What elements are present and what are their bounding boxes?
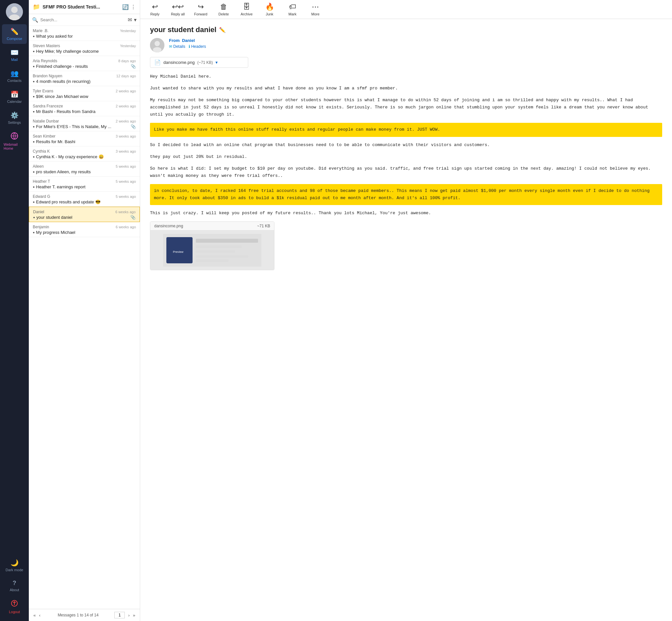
- email-sender: Benjamin: [33, 225, 49, 229]
- attachment-icon: 📎: [131, 124, 136, 129]
- email-list-item[interactable]: Tyler Evans 2 weeks ago ● $9K since Jan …: [29, 86, 140, 101]
- archive-button[interactable]: 🗄 Archive: [239, 3, 255, 16]
- email-subject: Finished challenge - results: [36, 64, 129, 69]
- first-page-button[interactable]: «: [32, 612, 37, 618]
- sidebar-item-calendar[interactable]: 📅 Calendar: [2, 87, 27, 107]
- email-subject-title: your student daniel: [150, 26, 216, 34]
- next-page-button[interactable]: ›: [127, 612, 131, 618]
- unread-bullet: ●: [33, 140, 35, 143]
- email-list-item[interactable]: Sean Kimber 3 weeks ago ● Results for Mr…: [29, 131, 140, 147]
- svg-rect-12: [196, 250, 235, 253]
- sender-avatar: [150, 38, 164, 52]
- email-subject: $9K since Jan Michael wow: [36, 94, 136, 99]
- email-subject: What you asked for: [36, 34, 136, 39]
- meta-info: From Daniel ✉ Details ℹ Headers: [169, 38, 206, 49]
- email-list-item[interactable]: Edward G 5 weeks ago ● Edward pro result…: [29, 192, 140, 207]
- email-sender: Daniel: [33, 210, 44, 214]
- sidebar-item-label: About: [10, 588, 19, 592]
- last-page-button[interactable]: »: [132, 612, 136, 618]
- more-button[interactable]: ⋯ More: [307, 3, 324, 16]
- more-icon: ⋯: [312, 3, 319, 11]
- page-number-input[interactable]: [114, 612, 125, 618]
- sidebar-item-webmail[interactable]: Webmail Home: [2, 129, 27, 154]
- sidebar-item-contacts[interactable]: 👥 Contacts: [2, 66, 27, 86]
- from-name: Daniel: [182, 38, 195, 43]
- email-list-item[interactable]: Aileen 5 weeks ago ● pro studen Aileen, …: [29, 162, 140, 176]
- email-list-panel: 📁 SFMF PRO Student Testi... 🔄 ⋮ 🔍 ✉ ▾ Ma…: [29, 0, 140, 621]
- unread-bullet: ●: [33, 155, 35, 159]
- mark-button[interactable]: 🏷 Mark: [284, 3, 301, 16]
- email-sender: Brandon Nguyen: [33, 74, 62, 78]
- email-list-item[interactable]: Daniel 6 weeks ago ● your student daniel…: [29, 207, 140, 222]
- sidebar-item-logout[interactable]: Logout: [2, 596, 27, 617]
- email-subject: Cynthia K - My crazy experience 😀: [36, 154, 136, 159]
- sidebar-item-dark-mode[interactable]: 🌙 Dark mode: [2, 555, 27, 575]
- email-sender: Marie .B.: [33, 29, 48, 33]
- email-subject: Results for Mr. Bashi: [36, 139, 136, 144]
- unread-bullet: ●: [33, 125, 35, 128]
- more-icon[interactable]: ⋮: [131, 4, 136, 10]
- email-list-item[interactable]: Steven Masters Yesterday ● Hey Mike; My …: [29, 41, 140, 56]
- headers-icon: ℹ: [188, 44, 190, 49]
- refresh-icon[interactable]: 🔄: [122, 4, 129, 10]
- envelope-filter-icon[interactable]: ✉: [128, 17, 132, 23]
- delete-button[interactable]: 🗑 Delete: [215, 3, 232, 16]
- details-link[interactable]: ✉ Details: [169, 44, 185, 49]
- email-sender: Edward G: [33, 194, 50, 199]
- email-subject: pro studen Aileen, my results: [36, 169, 136, 174]
- dropdown-filter-icon[interactable]: ▾: [134, 17, 136, 23]
- email-list-item[interactable]: Brandon Nguyen 12 days ago ● 4 month res…: [29, 71, 140, 86]
- unread-bullet: ●: [33, 49, 35, 53]
- email-list-item[interactable]: Benjamin 6 weeks ago ● My progress Micha…: [29, 222, 140, 237]
- logout-icon: [11, 600, 18, 609]
- reply-button[interactable]: ↩ Reply: [147, 3, 163, 16]
- headers-link[interactable]: ℹ Headers: [188, 44, 206, 49]
- contacts-icon: 👥: [10, 70, 19, 77]
- attachment-dropdown-icon[interactable]: ▾: [215, 60, 218, 65]
- email-subject: Edward pro results and update 😎: [36, 200, 136, 204]
- forward-button[interactable]: ↪ Forward: [193, 3, 209, 16]
- email-sender: Aria Reynolds: [33, 58, 57, 63]
- delete-label: Delete: [218, 12, 229, 16]
- attachment-bar[interactable]: 📄 dansincome.png (~71 KB) ▾: [150, 57, 248, 68]
- email-list-item[interactable]: Natalie Dunbar 2 weeks ago ● For Mike's …: [29, 116, 140, 131]
- email-content: ↩ Reply ↩↩ Reply all ↪ Forward 🗑 Delete …: [140, 0, 672, 621]
- unread-bullet: ●: [33, 185, 35, 189]
- sidebar-item-about[interactable]: ? About: [2, 576, 27, 595]
- prev-page-button[interactable]: ‹: [38, 612, 42, 618]
- highlight-text-1: Like you make me have faith this online …: [154, 127, 440, 132]
- email-subject: My progress Michael: [36, 230, 136, 235]
- email-date: 2 weeks ago: [116, 89, 136, 93]
- email-list-item[interactable]: Aria Reynolds 8 days ago ● Finished chal…: [29, 56, 140, 71]
- unread-bullet: ●: [33, 200, 35, 204]
- email-list-item[interactable]: Marie .B. Yesterday ● What you asked for: [29, 26, 140, 41]
- email-list-item[interactable]: Sandra Franceze 2 weeks ago ● Mr Bashi -…: [29, 101, 140, 116]
- junk-icon: 🔥: [265, 3, 274, 11]
- avatar: [6, 3, 23, 20]
- email-date: 2 weeks ago: [116, 119, 136, 123]
- email-list-item[interactable]: Heather T 5 weeks ago ● Heather T. earni…: [29, 176, 140, 192]
- sidebar-item-settings[interactable]: ⚙️ Settings: [2, 108, 27, 128]
- sidebar-item-compose[interactable]: ✏️ Compose: [2, 24, 27, 44]
- reply-all-button[interactable]: ↩↩ Reply all: [170, 3, 186, 16]
- sidebar-item-label: Calendar: [7, 99, 22, 104]
- search-input[interactable]: [40, 17, 126, 22]
- from-label: From: [169, 38, 180, 43]
- email-sender: Aileen: [33, 164, 44, 169]
- list-footer: « ‹ Messages 1 to 14 of 14 › »: [29, 609, 140, 621]
- svg-point-1: [11, 6, 18, 13]
- mark-label: Mark: [289, 12, 296, 16]
- attachment-size: (~71 KB): [197, 60, 213, 65]
- forward-icon: ↪: [198, 3, 204, 11]
- email-list-item[interactable]: Cynthia K 3 weeks ago ● Cynthia K - My c…: [29, 147, 140, 162]
- from-line: From Daniel: [169, 38, 206, 43]
- sidebar-item-mail[interactable]: ✉️ Mail: [2, 45, 27, 65]
- edit-icon[interactable]: ✏️: [219, 27, 226, 33]
- junk-button[interactable]: 🔥 Junk: [261, 3, 278, 16]
- image-preview-body: Preview: [150, 231, 274, 270]
- email-subject: Mr Bashi - Results from Sandra: [36, 109, 136, 114]
- highlight-block-2: in conclusion, to date, I racked 164 fre…: [150, 184, 662, 205]
- details-label: Details: [173, 44, 185, 49]
- email-date: 5 weeks ago: [116, 164, 136, 168]
- reply-all-icon: ↩↩: [172, 3, 184, 11]
